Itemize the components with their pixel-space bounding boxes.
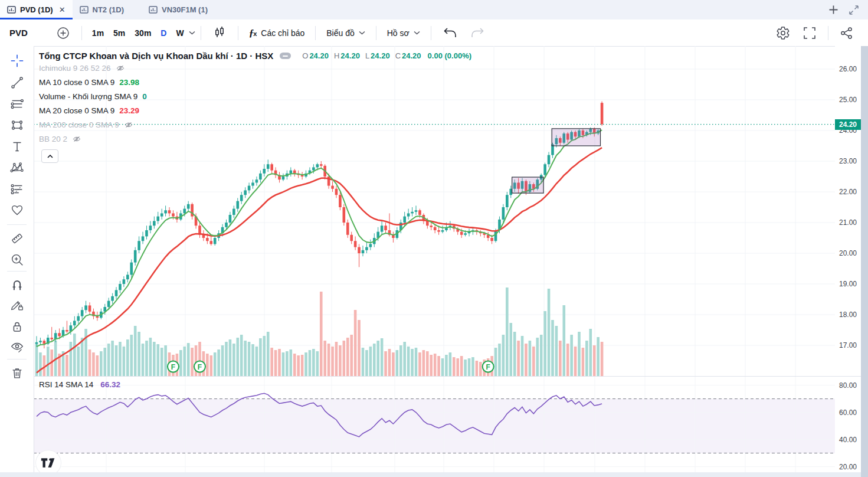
chart-legend: Tổng CTCP Khoan và Dịch vụ Khoan Dầu khí… xyxy=(39,51,471,146)
chart-menu-button[interactable]: Biểu đồ xyxy=(321,28,370,38)
candle xyxy=(316,164,319,167)
volume-bar xyxy=(540,335,543,376)
volume-layer xyxy=(35,287,604,376)
indicators-button[interactable]: ƒx Các chỉ báo xyxy=(244,27,310,39)
timeframe-1w-button[interactable]: W xyxy=(171,28,188,38)
legend-collapse-button[interactable] xyxy=(41,149,58,163)
zoom-in-tool-icon[interactable] xyxy=(9,252,25,267)
change-readout: 0.00 (0.00%) xyxy=(428,51,471,60)
candle xyxy=(270,164,273,170)
measure-ruler-tool-icon[interactable] xyxy=(9,231,25,246)
fib-retracement-tool-icon[interactable] xyxy=(9,96,25,112)
volume-bar xyxy=(509,323,512,376)
tradingview-logo[interactable] xyxy=(36,450,61,475)
indicator-row-ma20[interactable]: MA 20 close 0 SMA 9 23.29 xyxy=(39,103,471,117)
rsi-axis[interactable]: 80.0060.0040.0020.00 xyxy=(835,377,861,472)
legend-minimize-button[interactable] xyxy=(280,53,291,59)
timeframe-1m-button[interactable]: 1m xyxy=(87,28,109,38)
volume-bar xyxy=(73,334,76,376)
close-tab-icon[interactable]: ✕ xyxy=(59,6,65,14)
eye-off-icon[interactable] xyxy=(124,120,133,129)
chart-style-candles-icon[interactable] xyxy=(207,26,232,40)
candle xyxy=(312,167,315,170)
volume-bar xyxy=(89,349,91,376)
volume-bar xyxy=(559,341,562,376)
volume-bar xyxy=(555,326,558,376)
forecast-tool-icon[interactable] xyxy=(9,181,25,197)
magnet-tool-icon[interactable] xyxy=(9,277,25,293)
volume-bar xyxy=(479,362,482,376)
timeframe-dropdown-icon[interactable] xyxy=(189,31,195,35)
volume-bar xyxy=(384,351,387,376)
symbol-search-button[interactable]: PVD xyxy=(0,28,50,38)
indicator-row-ma200[interactable]: MA 200 close 0 SMA 9 xyxy=(39,117,471,132)
candle xyxy=(331,186,334,189)
candle xyxy=(142,236,145,241)
timeframe-5m-button[interactable]: 5m xyxy=(109,28,130,38)
candle xyxy=(232,209,235,215)
drawing-edit-lock-tool-icon[interactable] xyxy=(9,297,25,312)
volume-bar xyxy=(187,343,190,376)
settings-gear-icon[interactable] xyxy=(769,26,797,40)
event-marker-f: F xyxy=(483,361,494,373)
redo-icon[interactable] xyxy=(464,28,491,38)
volume-bar xyxy=(263,336,266,376)
expand-window-icon[interactable] xyxy=(849,5,859,15)
volume-bar xyxy=(502,335,505,376)
timeframe-1d-button[interactable]: D xyxy=(156,28,171,38)
rsi-chart-svg[interactable] xyxy=(34,377,835,472)
lock-all-drawings-tool-icon[interactable] xyxy=(9,319,25,334)
volume-bar xyxy=(551,320,554,376)
price-axis[interactable]: 26.0025.0024.0023.0022.0021.0020.0019.00… xyxy=(835,46,861,376)
fullscreen-icon[interactable] xyxy=(797,27,823,40)
candle xyxy=(183,209,186,214)
volume-bar xyxy=(312,349,315,376)
share-icon[interactable] xyxy=(834,27,860,40)
pattern-xabcd-tool-icon[interactable] xyxy=(9,160,25,175)
tab-vn30f1m[interactable]: VN30F1M (1) xyxy=(142,0,215,19)
trendline-tool-icon[interactable] xyxy=(9,75,25,90)
emoji-heart-tool-icon[interactable] xyxy=(9,202,25,218)
add-tab-icon[interactable] xyxy=(828,5,838,15)
chart-tab-bar: PVD (1D) ✕ NT2 (1D) VN30F1M (1) xyxy=(0,0,868,20)
tab-nt2[interactable]: NT2 (1D) xyxy=(73,0,131,19)
crosshair-tool-icon[interactable] xyxy=(9,53,25,68)
volume-bar xyxy=(449,352,452,376)
svg-text:F: F xyxy=(486,363,490,371)
delete-drawings-tool-icon[interactable] xyxy=(9,365,25,381)
candle xyxy=(244,190,247,195)
undo-icon[interactable] xyxy=(437,28,464,38)
candle xyxy=(490,238,493,241)
eye-off-icon[interactable] xyxy=(116,64,125,73)
candle xyxy=(343,207,346,223)
window-scrollbar[interactable] xyxy=(861,46,868,477)
symbol-title[interactable]: Tổng CTCP Khoan và Dịch vụ Khoan Dầu khí… xyxy=(39,51,273,61)
indicator-row-ichimoku[interactable]: Ichimoku 9 26 52 26 xyxy=(39,61,471,75)
indicator-row-volume[interactable]: Volume - Khối lượng SMA 9 0 xyxy=(39,89,471,103)
shapes-rectangle-tool-icon[interactable] xyxy=(9,117,25,133)
eye-off-icon[interactable] xyxy=(72,135,81,143)
rsi-axis-label: 60.00 xyxy=(835,409,861,417)
tab-pvd[interactable]: PVD (1D) ✕ xyxy=(0,0,73,19)
rsi-legend[interactable]: RSI 14 SMA 14 66.32 xyxy=(39,380,120,389)
hide-drawings-tool-icon[interactable] xyxy=(9,339,25,355)
timeframe-30m-button[interactable]: 30m xyxy=(130,28,156,38)
volume-bar xyxy=(126,339,129,376)
volume-bar xyxy=(256,347,258,376)
indicator-row-ma10[interactable]: MA 10 close 0 SMA 9 23.98 xyxy=(39,75,471,89)
compare-add-icon[interactable] xyxy=(50,27,76,40)
candle xyxy=(426,221,429,226)
tab-label: PVD (1D) xyxy=(20,5,53,14)
candle xyxy=(65,330,68,332)
text-tool-icon[interactable] xyxy=(9,139,25,154)
candle xyxy=(601,103,604,124)
volume-bar xyxy=(267,332,270,376)
candle xyxy=(209,241,212,244)
indicator-value: 0 xyxy=(142,92,147,101)
candle xyxy=(320,164,323,166)
indicator-row-bb[interactable]: BB 20 2 xyxy=(39,132,471,146)
profile-menu-button[interactable]: Hồ sơ xyxy=(382,28,425,38)
candle xyxy=(156,217,159,221)
volume-bar xyxy=(225,342,228,376)
volume-bar xyxy=(346,338,349,376)
